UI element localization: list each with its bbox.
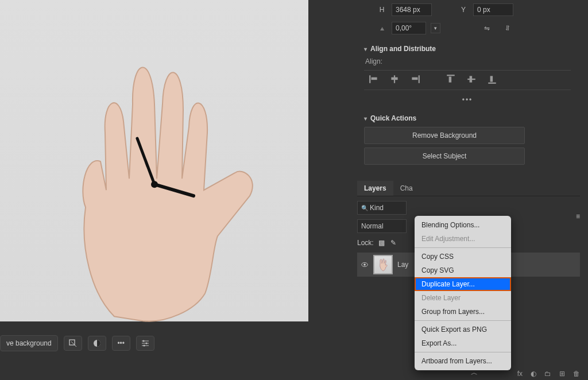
rotation-input[interactable]	[392, 22, 426, 34]
svg-rect-15	[470, 76, 473, 82]
menu-blending-options[interactable]: Blending Options...	[415, 218, 511, 232]
lock-label: Lock:	[357, 239, 374, 247]
panel-menu-icon[interactable]: ≡	[576, 212, 580, 220]
menu-duplicate-layer[interactable]: Duplicate Layer...	[415, 277, 511, 291]
quick-actions-title: Quick Actions	[370, 114, 416, 122]
svg-rect-7	[372, 77, 377, 80]
adjustments-icon[interactable]	[88, 336, 106, 351]
align-toolbar	[364, 70, 571, 90]
align-right-icon[interactable]	[410, 74, 420, 86]
menu-artboard-from-layers[interactable]: Artboard from Layers...	[415, 354, 511, 368]
layer-name: Lay	[397, 261, 408, 269]
menu-export-as[interactable]: Export As...	[415, 336, 511, 350]
kind-filter[interactable]: 🔍Kind	[357, 201, 407, 215]
rotation-icon: ⟁	[377, 24, 387, 32]
more-icon[interactable]: •••	[112, 336, 130, 351]
align-center-v-icon[interactable]	[466, 74, 477, 86]
new-group-icon[interactable]: 🗀	[544, 370, 551, 378]
flip-horizontal-icon[interactable]: ⇋	[484, 24, 490, 32]
svg-rect-11	[412, 77, 417, 80]
menu-edit-adjustment: Edit Adjustment...	[415, 232, 511, 246]
crop-icon[interactable]	[64, 336, 82, 351]
quick-actions-header[interactable]: ▾ Quick Actions	[364, 114, 571, 122]
align-label: Align:	[365, 57, 571, 65]
more-options-icon[interactable]: •••	[364, 96, 571, 104]
remove-background-button[interactable]: Remove Background	[364, 127, 525, 144]
layer-context-menu: Blending Options... Edit Adjustment... C…	[415, 216, 511, 370]
layer-thumbnail	[373, 255, 393, 274]
svg-rect-9	[391, 77, 397, 80]
tab-channels[interactable]: Cha	[393, 181, 420, 196]
menu-separator	[415, 352, 511, 352]
height-label: H	[377, 6, 387, 14]
delete-layer-icon[interactable]: 🗑	[573, 370, 580, 378]
svg-point-4	[145, 343, 147, 344]
svg-rect-13	[449, 77, 452, 83]
align-center-h-icon[interactable]	[389, 74, 400, 86]
collapse-panel-icon[interactable]: ︿	[471, 368, 478, 378]
menu-copy-svg[interactable]: Copy SVG	[415, 263, 511, 277]
fx-icon[interactable]: fx	[517, 370, 523, 378]
y-label: Y	[458, 6, 469, 14]
chevron-down-icon: ▾	[364, 46, 367, 52]
menu-group-from-layers[interactable]: Group from Layers...	[415, 305, 511, 319]
y-input[interactable]	[473, 3, 513, 16]
align-left-icon[interactable]	[369, 74, 379, 86]
blend-mode-select[interactable]: Normal	[357, 219, 407, 233]
menu-separator	[415, 247, 511, 248]
layers-footer-toolbar: fx ◐ 🗀 ⊞ 🗑	[517, 370, 580, 378]
svg-rect-16	[488, 83, 496, 84]
tab-layers[interactable]: Layers	[357, 181, 393, 196]
menu-copy-css[interactable]: Copy CSS	[415, 250, 511, 263]
kind-label: Kind	[370, 204, 384, 212]
remove-background-button[interactable]: ve background	[0, 335, 58, 351]
menu-delete-layer: Delete Layer	[415, 291, 511, 305]
height-input[interactable]	[392, 3, 432, 16]
new-layer-icon[interactable]: ⊞	[559, 370, 565, 378]
canvas-area[interactable]	[0, 0, 308, 321]
svg-rect-12	[447, 75, 455, 76]
panel-tabs: Layers Cha	[357, 181, 580, 196]
visibility-icon[interactable]	[361, 261, 369, 269]
menu-separator	[415, 320, 511, 321]
flip-vertical-icon[interactable]: ⥯	[505, 24, 510, 32]
chevron-down-icon: ▾	[364, 115, 367, 122]
svg-rect-17	[490, 76, 493, 82]
svg-rect-6	[369, 75, 370, 83]
svg-point-3	[142, 340, 144, 342]
document-image	[0, 0, 308, 321]
svg-point-5	[143, 345, 145, 347]
align-bottom-icon[interactable]	[487, 74, 497, 86]
menu-quick-export-png[interactable]: Quick Export as PNG	[415, 323, 511, 336]
lock-brush-icon[interactable]: ✎	[389, 238, 397, 248]
mask-icon[interactable]: ◐	[531, 370, 536, 378]
lock-transparency-icon[interactable]: ▩	[377, 238, 386, 248]
align-section-header[interactable]: ▾ Align and Distribute	[364, 45, 571, 53]
select-subject-button[interactable]: Select Subject	[364, 148, 525, 165]
align-top-icon[interactable]	[446, 74, 456, 86]
chevron-down-icon[interactable]: ▾	[431, 23, 440, 33]
svg-rect-10	[419, 75, 420, 83]
bottom-toolbar: ve background •••	[0, 333, 154, 354]
svg-point-19	[363, 263, 366, 266]
align-title: Align and Distribute	[370, 45, 436, 53]
sliders-icon[interactable]	[136, 336, 154, 351]
